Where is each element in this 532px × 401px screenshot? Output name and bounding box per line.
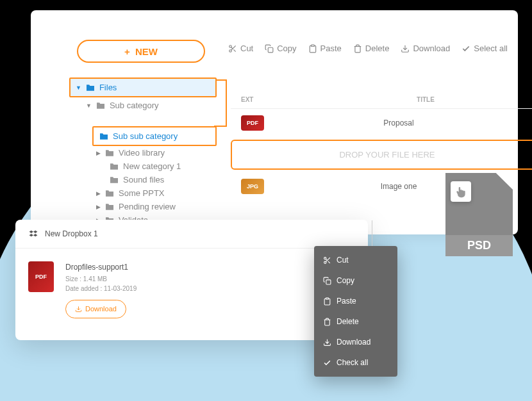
svg-line-12 bbox=[328, 261, 330, 263]
download-label: Download bbox=[413, 44, 450, 53]
ctx-copy[interactable]: Copy bbox=[314, 270, 397, 291]
tree-item-pending[interactable]: ▶ Pending review bbox=[92, 200, 217, 213]
folder-icon bbox=[109, 163, 119, 170]
tree-sub-category-label: Sub category bbox=[110, 101, 159, 110]
file-name: Dropfiles-support1 bbox=[65, 261, 137, 273]
svg-line-4 bbox=[231, 47, 233, 48]
download-icon bbox=[401, 44, 410, 53]
ctx-paste[interactable]: Paste bbox=[314, 291, 397, 311]
folder-tree: ▼ Files ▼ Sub category Sub sub category … bbox=[69, 78, 217, 227]
folder-icon bbox=[104, 149, 115, 157]
tree-item-label: Sound files bbox=[123, 175, 164, 184]
svg-rect-6 bbox=[311, 45, 314, 46]
select-all-button[interactable]: Select all bbox=[461, 44, 508, 53]
svg-rect-14 bbox=[326, 279, 331, 284]
scissors-icon bbox=[323, 256, 331, 265]
dropbox-icon bbox=[28, 229, 38, 239]
tree-item-sound[interactable]: Sound files bbox=[105, 173, 217, 186]
copy-label: Copy bbox=[277, 44, 296, 53]
header-ext: EXT bbox=[241, 96, 318, 103]
download-label: Download bbox=[85, 304, 117, 315]
file-date: Date added : 11-03-2019 bbox=[65, 284, 137, 293]
ctx-cut[interactable]: Cut bbox=[314, 250, 397, 270]
dropbox-title: New Dropbox 1 bbox=[45, 229, 98, 238]
svg-point-1 bbox=[229, 49, 232, 52]
ctx-cut-label: Cut bbox=[337, 256, 349, 265]
plus-icon: + bbox=[124, 46, 130, 57]
caret-right-icon: ▶ bbox=[96, 150, 101, 156]
file-list-header: EXT TITLE bbox=[231, 91, 532, 109]
download-icon bbox=[323, 338, 331, 347]
paste-button[interactable]: Paste bbox=[308, 44, 342, 53]
dropbox-header: New Dropbox 1 bbox=[15, 220, 368, 249]
ctx-download[interactable]: Download bbox=[314, 332, 397, 352]
trash-icon bbox=[353, 44, 362, 53]
ctx-download-label: Download bbox=[337, 338, 370, 347]
check-icon bbox=[323, 359, 331, 367]
file-title: Proposal bbox=[264, 119, 532, 127]
download-button[interactable]: Download bbox=[401, 44, 450, 53]
context-menu: Cut Copy Paste Delete Download Check all bbox=[314, 246, 397, 377]
drag-cursor-icon bbox=[451, 181, 471, 202]
ctx-delete-label: Delete bbox=[337, 317, 359, 326]
header-title: TITLE bbox=[318, 96, 532, 103]
ctx-copy-label: Copy bbox=[337, 276, 354, 285]
cut-label: Cut bbox=[240, 44, 253, 53]
main-panel: + NEW Cut Copy Paste Delete Download Sel… bbox=[31, 10, 518, 234]
folder-icon bbox=[99, 133, 109, 140]
svg-point-10 bbox=[324, 261, 326, 263]
ctx-delete[interactable]: Delete bbox=[314, 311, 397, 332]
pdf-thumbnail: PDF bbox=[28, 261, 54, 292]
jpg-badge: JPG bbox=[241, 179, 264, 194]
toolbar: Cut Copy Paste Delete Download Select al… bbox=[228, 44, 508, 53]
clipboard-icon bbox=[323, 297, 331, 306]
delete-label: Delete bbox=[365, 44, 390, 53]
file-meta: Dropfiles-support1 Size : 1.41 MB Date a… bbox=[65, 261, 137, 318]
download-file-button[interactable]: Download bbox=[65, 300, 126, 318]
check-icon bbox=[461, 44, 470, 53]
file-row[interactable]: PDF Proposal bbox=[231, 109, 532, 137]
folder-icon bbox=[85, 84, 96, 92]
svg-line-3 bbox=[233, 49, 235, 51]
new-button[interactable]: + NEW bbox=[77, 40, 205, 63]
tree-item-label: Video library bbox=[119, 148, 165, 158]
file-size: Size : 1.41 MB bbox=[65, 274, 137, 284]
svg-rect-15 bbox=[326, 298, 328, 299]
svg-rect-5 bbox=[268, 47, 273, 53]
cut-button[interactable]: Cut bbox=[228, 44, 253, 53]
folder-icon bbox=[104, 203, 115, 211]
folder-icon bbox=[96, 102, 106, 110]
paste-label: Paste bbox=[320, 44, 342, 53]
tree-item-pptx[interactable]: ▶ Some PPTX bbox=[92, 186, 217, 200]
caret-down-icon: ▼ bbox=[86, 102, 92, 109]
clipboard-icon bbox=[308, 44, 317, 53]
caret-right-icon: ▶ bbox=[96, 190, 101, 197]
select-all-label: Select all bbox=[474, 44, 508, 53]
drop-zone[interactable]: DROP YOUR FILE HERE bbox=[231, 140, 532, 170]
ctx-paste-label: Paste bbox=[337, 297, 356, 306]
pdf-badge: PDF bbox=[241, 115, 264, 131]
copy-icon bbox=[265, 44, 274, 53]
tree-item-video[interactable]: ▶ Video library bbox=[92, 146, 217, 160]
psd-label: PSD bbox=[445, 235, 513, 256]
tree-sub-sub-category[interactable]: Sub sub category bbox=[92, 126, 217, 146]
download-icon bbox=[75, 306, 82, 313]
caret-down-icon: ▼ bbox=[76, 85, 81, 91]
tree-sub-category[interactable]: ▼ Sub category bbox=[82, 99, 217, 112]
folder-icon bbox=[104, 190, 115, 197]
folder-icon bbox=[109, 176, 119, 184]
new-button-label: NEW bbox=[135, 46, 158, 57]
delete-button[interactable]: Delete bbox=[353, 44, 390, 53]
caret-right-icon: ▶ bbox=[96, 204, 101, 210]
tree-item-label: Some PPTX bbox=[119, 188, 165, 198]
svg-point-9 bbox=[324, 257, 326, 259]
ctx-check-all[interactable]: Check all bbox=[314, 352, 397, 373]
tree-item-label: Pending review bbox=[119, 202, 176, 211]
copy-icon bbox=[323, 277, 331, 285]
ctx-check-all-label: Check all bbox=[337, 358, 368, 367]
tree-item-new-category[interactable]: New category 1 bbox=[105, 160, 217, 173]
tree-sub-sub-label: Sub sub category bbox=[113, 131, 178, 141]
tree-root-files[interactable]: ▼ Files bbox=[69, 78, 217, 97]
scissors-icon bbox=[228, 44, 237, 53]
copy-button[interactable]: Copy bbox=[265, 44, 296, 53]
